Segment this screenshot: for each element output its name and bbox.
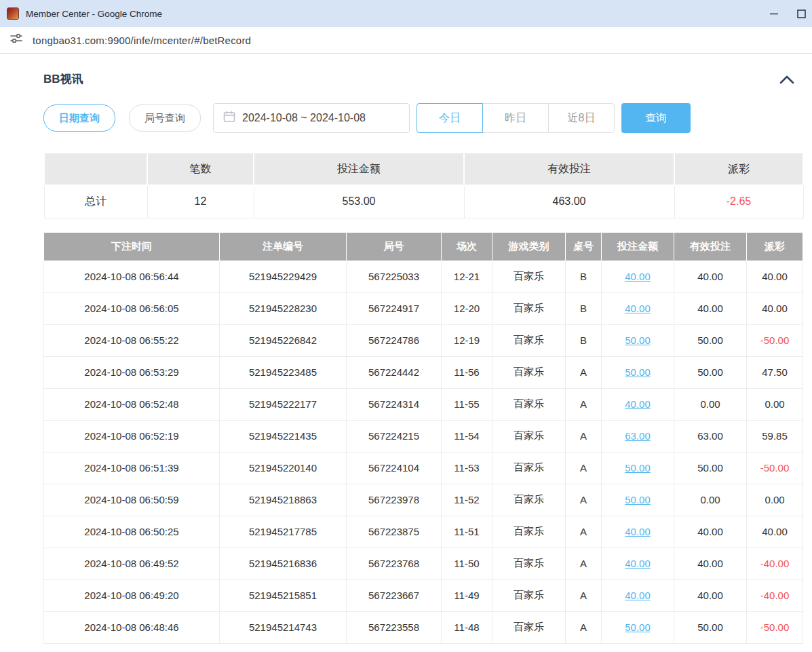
bet-time-cell: 2024-10-08 06:52:48 [44,388,220,420]
valid-bet-cell: 40.00 [674,292,747,324]
table-no-cell: A [566,356,602,388]
bet-time-cell: 2024-10-08 06:50:59 [44,484,220,516]
table-row: 2024-10-08 06:56:44 521945229429 5672250… [44,261,803,292]
bet-amount-link[interactable]: 40.00 [625,590,651,601]
bet-amount-cell: 50.00 [602,356,674,388]
bet-amount-link[interactable]: 40.00 [625,303,651,314]
round-cell: 567223667 [347,579,442,611]
session-cell: 12-21 [442,261,492,292]
bet-amount-link[interactable]: 50.00 [625,334,651,346]
bet-amount-link[interactable]: 40.00 [625,271,651,282]
header-bet-time: 下注时间 [44,232,220,261]
bet-amount-link[interactable]: 50.00 [625,462,651,474]
bet-amount-cell: 40.00 [602,292,674,324]
bet-amount-link[interactable]: 40.00 [625,526,651,537]
bet-amount-link[interactable]: 40.00 [625,558,651,569]
table-row: 2024-10-08 06:49:20 521945215851 5672236… [44,579,803,611]
summary-header-payout: 派彩 [674,153,803,185]
summary-header-blank [44,153,147,185]
valid-bet-cell: 50.00 [674,324,747,356]
collapse-section-button[interactable] [779,75,794,84]
bet-amount-cell: 40.00 [602,548,674,579]
session-cell: 12-20 [442,292,492,324]
game-type-cell: 百家乐 [492,548,566,579]
summary-total-label: 总计 [44,185,147,218]
round-cell: 567224442 [347,356,442,388]
payout-cell: 40.00 [747,516,803,548]
bet-amount-link[interactable]: 40.00 [625,398,651,410]
bet-amount-cell: 40.00 [602,388,674,420]
window-titlebar: Member Center - Google Chrome [0,0,812,27]
session-cell: 11-50 [442,548,492,579]
today-button[interactable]: 今日 [417,103,483,133]
window-icon [7,7,19,20]
table-no-cell: B [566,261,602,292]
header-game-type: 游戏类别 [492,232,566,261]
table-row: 2024-10-08 06:50:25 521945217785 5672238… [44,516,803,548]
last-8-days-button[interactable]: 近8日 [548,103,615,133]
game-type-cell: 百家乐 [492,388,566,420]
summary-total-row: 总计 12 553.00 463.00 -2.65 [44,185,803,218]
minimize-button[interactable] [756,0,792,27]
round-cell: 567224786 [347,324,442,356]
bet-amount-link[interactable]: 50.00 [625,494,651,505]
bet-record-page: BB视讯 日期查询 局号查询 2024-10-08 ~ 2024-10-08 今… [0,54,812,644]
valid-bet-cell: 0.00 [674,388,747,420]
bet-time-cell: 2024-10-08 06:52:19 [44,420,220,452]
round-query-tab[interactable]: 局号查询 [129,104,201,132]
date-query-tab[interactable]: 日期查询 [43,104,115,132]
bet-amount-cell: 50.00 [602,611,674,643]
game-type-cell: 百家乐 [492,484,566,516]
valid-bet-cell: 50.00 [674,611,747,643]
search-button[interactable]: 查询 [621,103,691,133]
bet-amount-link[interactable]: 63.00 [625,430,651,442]
bet-id-cell: 521945222177 [220,388,347,420]
table-no-cell: B [566,324,602,356]
game-type-cell: 百家乐 [492,611,566,643]
table-no-cell: A [566,548,602,579]
round-cell: 567223978 [347,484,442,516]
bet-id-cell: 521945214743 [220,611,347,643]
table-no-cell: A [566,452,602,484]
address-bar[interactable]: tongbao31.com:9900/infe/mcenter/#/betRec… [0,27,812,54]
valid-bet-cell: 40.00 [674,261,747,292]
table-row: 2024-10-08 06:53:29 521945223485 5672244… [44,356,803,388]
bet-id-cell: 521945228230 [220,292,347,324]
summary-header-bet-amount: 投注金额 [254,153,464,185]
yesterday-button[interactable]: 昨日 [482,103,549,133]
round-cell: 567224215 [347,420,442,452]
round-cell: 567223558 [347,611,442,643]
bet-time-cell: 2024-10-08 06:49:52 [44,548,220,579]
round-cell: 567224314 [347,388,442,420]
header-bet-amount: 投注金额 [602,232,674,261]
header-round: 局号 [347,232,442,261]
calendar-icon [223,111,235,126]
payout-cell: 40.00 [747,292,803,324]
bet-id-cell: 521945216836 [220,548,347,579]
maximize-button[interactable] [792,0,812,27]
payout-cell: -50.00 [747,611,803,643]
game-type-cell: 百家乐 [492,356,566,388]
bet-time-cell: 2024-10-08 06:55:22 [44,324,220,356]
table-row: 2024-10-08 06:50:59 521945218863 5672239… [44,484,803,516]
date-range-picker[interactable]: 2024-10-08 ~ 2024-10-08 [213,103,410,133]
site-controls-icon[interactable] [9,32,23,48]
bet-amount-link[interactable]: 50.00 [625,621,651,633]
valid-bet-cell: 0.00 [674,484,747,516]
summary-header-count: 笔数 [147,153,254,185]
table-row: 2024-10-08 06:51:39 521945220140 5672241… [44,452,803,484]
bet-time-cell: 2024-10-08 06:49:20 [44,579,220,611]
header-bet-id: 注单编号 [220,232,347,261]
url-text[interactable]: tongbao31.com:9900/infe/mcenter/#/betRec… [33,35,251,46]
bet-amount-cell: 50.00 [602,452,674,484]
valid-bet-cell: 40.00 [674,579,747,611]
bet-time-cell: 2024-10-08 06:51:39 [44,452,220,484]
header-valid-bet: 有效投注 [674,232,747,261]
bet-amount-link[interactable]: 50.00 [625,366,651,378]
table-no-cell: B [566,292,602,324]
table-row: 2024-10-08 06:49:52 521945216836 5672237… [44,548,803,579]
header-table-no: 桌号 [566,232,602,261]
bet-id-cell: 521945226842 [220,324,347,356]
window-title: Member Center - Google Chrome [26,9,162,19]
summary-table: 笔数 投注金额 有效投注 派彩 总计 12 553.00 463.00 -2.6… [43,152,804,218]
